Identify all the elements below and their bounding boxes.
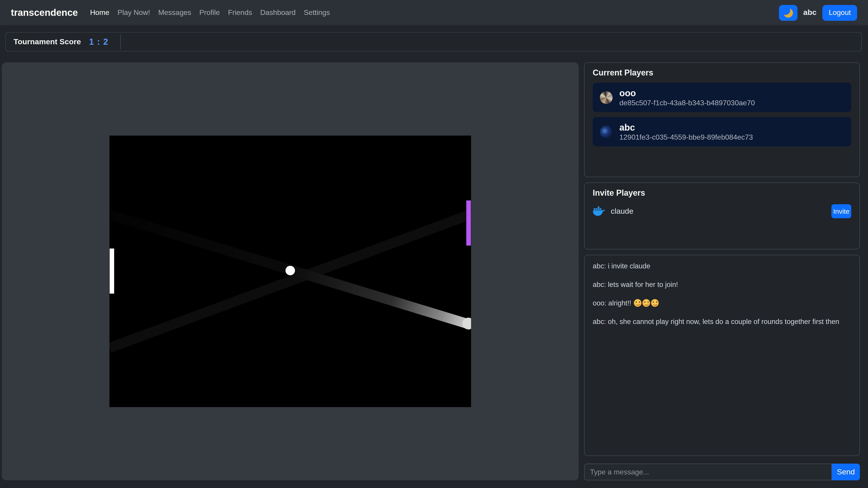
chat-message-text: abc: i invite claude: [593, 262, 650, 270]
logout-button[interactable]: Logout: [822, 5, 857, 21]
chat-message: abc: oh, she cannot play right now, lets…: [593, 317, 851, 326]
chat-message-list: abc: i invite claudeabc: lets wait for h…: [593, 262, 851, 326]
player-name: abc: [619, 122, 753, 133]
current-players-title: Current Players: [593, 68, 851, 78]
theme-toggle-button[interactable]: [779, 5, 798, 21]
chat-message-text: ooo: alright!!: [593, 299, 633, 307]
navbar-links: HomePlay Now!MessagesProfileFriendsDashb…: [86, 8, 334, 17]
navbar-username: abc: [803, 8, 817, 17]
right-paddle: [466, 200, 471, 246]
game-canvas[interactable]: [110, 135, 471, 407]
smiling-face-emoji: [642, 299, 650, 307]
chat-panel[interactable]: abc: i invite claudeabc: lets wait for h…: [584, 255, 860, 456]
tournament-score-value: 1 : 2: [89, 37, 108, 47]
game-panel: [2, 62, 579, 480]
tournament-score-label: Tournament Score: [13, 37, 81, 46]
navbar: transcendence HomePlay Now!MessagesProfi…: [0, 0, 868, 25]
docker-whale-icon: [593, 206, 605, 216]
invite-players-title: Invite Players: [593, 188, 851, 198]
nav-link-profile[interactable]: Profile: [195, 8, 224, 17]
nav-link-messages[interactable]: Messages: [154, 8, 195, 17]
navbar-right: abc Logout: [779, 5, 857, 21]
moon-icon: [783, 8, 793, 18]
player-list: ooode85c507-f1cb-43a8-b343-b4897030ae70a…: [593, 83, 851, 147]
avatar-abc: [600, 125, 613, 138]
chat-message-text: abc: lets wait for her to join!: [593, 281, 678, 288]
invite-button[interactable]: Invite: [831, 204, 851, 218]
player-name: ooo: [619, 88, 755, 98]
chat-message: abc: lets wait for her to join!: [593, 280, 851, 289]
chat-message-text: abc: oh, she cannot play right now, lets…: [593, 318, 839, 325]
tournament-score-bar: Tournament Score 1 : 2: [5, 32, 862, 52]
smiling-face-emoji: [651, 299, 658, 307]
smiling-face-emoji: [633, 299, 641, 307]
chat-message: abc: i invite claude: [593, 262, 851, 271]
player-card-abc: abc12901fe3-c035-4559-bbe9-89feb084ec73: [593, 117, 851, 147]
invite-list: claudeInvite: [593, 204, 851, 218]
nav-link-play-now[interactable]: Play Now!: [114, 8, 154, 17]
send-button[interactable]: Send: [832, 464, 860, 480]
current-players-panel: Current Players ooode85c507-f1cb-43a8-b3…: [584, 62, 860, 177]
app-root: transcendence HomePlay Now!MessagesProfi…: [0, 0, 868, 488]
invite-players-panel: Invite Players claudeInvite: [584, 183, 860, 250]
tournament-score-cell: Tournament Score 1 : 2: [6, 34, 121, 49]
chat-message: ooo: alright!!: [593, 299, 851, 308]
nav-link-home[interactable]: Home: [86, 8, 113, 17]
right-sidebar: Current Players ooode85c507-f1cb-43a8-b3…: [584, 62, 860, 481]
nav-link-friends[interactable]: Friends: [224, 8, 256, 17]
chat-input-row: Send: [584, 464, 860, 480]
player-id: 12901fe3-c035-4559-bbe9-89feb084ec73: [619, 133, 753, 142]
left-paddle: [110, 249, 114, 294]
invite-row-claude: claudeInvite: [593, 204, 851, 218]
player-id: de85c507-f1cb-43a8-b343-b4897030ae70: [619, 98, 755, 107]
nav-link-dashboard[interactable]: Dashboard: [256, 8, 300, 17]
player-card-ooo: ooode85c507-f1cb-43a8-b343-b4897030ae70: [593, 83, 851, 112]
game-ball: [285, 266, 295, 275]
avatar-ooo: [600, 91, 613, 104]
brand-logo[interactable]: transcendence: [11, 7, 78, 18]
chat-message-input[interactable]: [584, 464, 832, 480]
nav-link-settings[interactable]: Settings: [300, 8, 334, 17]
invite-candidate-name: claude: [611, 207, 633, 216]
